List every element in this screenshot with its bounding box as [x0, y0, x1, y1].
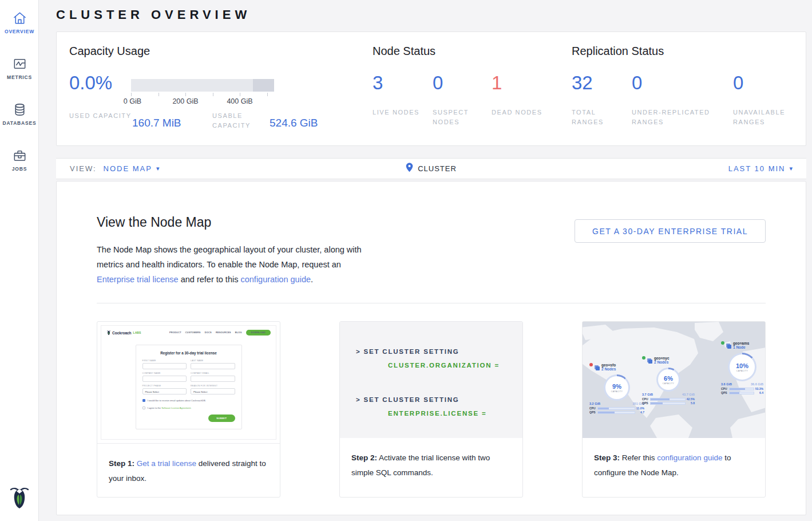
usable-capacity-label: USABLE CAPACITY [212, 111, 275, 131]
node-map-card: View the Node Map The Node Map shows the… [56, 181, 806, 515]
sql-setting: ENTERPRISE.LICENSE = [356, 406, 522, 420]
text-input [142, 363, 187, 369]
step2-card: > SET CLUSTER SETTING CLUSTER.ORGANIZATI… [339, 321, 523, 498]
region-node-count: 2 Nodes [654, 360, 670, 364]
sidebar-item-jobs[interactable]: JOBS [0, 137, 39, 183]
cockroachdb-logo-icon [0, 483, 39, 513]
sql-command: > SET CLUSTER SETTING [356, 393, 522, 406]
enterprise-trial-button[interactable]: GET A 30-DAY ENTERPRISE TRIAL [575, 219, 766, 243]
node-status-dot-red [589, 363, 593, 366]
step3-map-preview: geo=sfo 2 Nodes 9% CAPACITY [583, 322, 765, 438]
description-text: The Node Map shows the geographical layo… [97, 245, 362, 269]
node-map-title: View the Node Map [97, 215, 211, 230]
capacity-donut: 10% CAPACITY [728, 353, 756, 381]
cpu-value: 53.3% [755, 387, 763, 390]
total-ranges-label: TOTAL RANGES [572, 108, 623, 127]
total-ranges-value: 32 [572, 72, 593, 94]
nav-item: BLOG [235, 331, 242, 334]
capacity-total: 36.6 GiB [751, 382, 763, 386]
cpu-bar [650, 398, 686, 401]
sidebar: OVERVIEW METRICS DATABASES JOBS [0, 0, 39, 521]
node-status-dot-green [642, 356, 645, 360]
capacity-percent: 10% [736, 362, 748, 369]
tick-label: 200 GiB [172, 97, 198, 105]
page-title: CLUSTER OVERVIEW [56, 7, 251, 22]
sidebar-item-label: JOBS [0, 166, 39, 172]
capacity-label: CAPACITY [736, 370, 748, 372]
dead-nodes-value: 1 [492, 72, 502, 94]
cpu-label: CPU [589, 406, 596, 410]
cpu-value: 11.0% [636, 406, 644, 410]
sql-setting: CLUSTER.ORGANIZATION = [356, 358, 522, 372]
view-bar: VIEW: NODE MAP ▾ CLUSTER LAST 10 MIN ▾ [56, 158, 806, 179]
caption-text: Refer this [622, 453, 655, 462]
suspect-nodes-value: 0 [433, 72, 443, 94]
location-breadcrumb: CLUSTER [56, 163, 806, 175]
sidebar-item-metrics[interactable]: METRICS [0, 46, 39, 92]
checkbox-label: I would like to receive email updates ab… [148, 399, 206, 402]
qps-value: 6.4 [755, 391, 763, 394]
enterprise-trial-license-link[interactable]: Enterprise trial license [97, 275, 179, 284]
checkbox-checked [142, 399, 145, 402]
sidebar-item-label: DATABASES [0, 120, 39, 126]
sidebar-item-databases[interactable]: DATABASES [0, 92, 39, 137]
configuration-guide-link[interactable]: configuration guide [240, 275, 311, 284]
node-icon [594, 363, 600, 373]
capacity-percent: 9% [612, 383, 621, 390]
capacity-label: CAPACITY [663, 382, 674, 385]
sql-command: > SET CLUSTER SETTING [356, 345, 522, 358]
step2-caption: Step 2: Activate the trial license with … [340, 438, 522, 497]
step-number: Step 2: [351, 453, 377, 462]
cpu-value: 42.5% [687, 397, 695, 401]
step-number: Step 1: [109, 459, 134, 468]
location-value: CLUSTER [418, 164, 457, 173]
checkbox-unchecked [142, 406, 145, 409]
download-button: DOWNLOAD [246, 330, 271, 336]
cpu-label: CPU [642, 397, 649, 401]
cockroach-labs-logo: Cockroach LABS [106, 330, 141, 336]
text-input [191, 376, 235, 382]
qps-label: QPS [721, 391, 728, 394]
databases-icon [0, 102, 39, 117]
region-name: geo=sfo [601, 363, 616, 367]
region-widget-nyc: geo=nyc 2 Nodes 6% CAPACITY [641, 356, 696, 405]
capacity-percent: 0.0% [69, 72, 112, 94]
nav-item: PRODUCT [169, 331, 181, 334]
qps-bar [650, 402, 686, 405]
region-node-count: 2 Nodes [601, 367, 616, 371]
field-label: REASON FOR INTEREST [191, 385, 235, 387]
capacity-used: 3.2 GiB [589, 402, 600, 405]
home-icon [0, 10, 39, 26]
used-capacity-label: USED CAPACITY [69, 111, 132, 121]
sidebar-item-label: METRICS [0, 74, 39, 80]
mini-site-nav: PRODUCT CUSTOMERS DOCS RESOURCES BLOG DO… [169, 330, 271, 336]
sidebar-item-overview[interactable]: OVERVIEW [0, 0, 39, 46]
select-input: Please Select [142, 388, 187, 394]
step1-screenshot: Cockroach LABS PRODUCT CUSTOMERS DOCS RE… [97, 322, 280, 443]
main-content: CLUSTER OVERVIEW Capacity Usage 0.0% 0 G… [39, 0, 812, 521]
description-text: and refer to this [181, 275, 239, 284]
select-input: Please Select [191, 388, 235, 394]
configuration-guide-link[interactable]: configuration guide [657, 453, 722, 462]
step2-sql-panel: > SET CLUSTER SETTING CLUSTER.ORGANIZATI… [340, 322, 522, 438]
cpu-label: CPU [721, 387, 728, 390]
mini-site-screenshot: Cockroach LABS PRODUCT CUSTOMERS DOCS RE… [101, 325, 276, 440]
capacity-axis-ticks [131, 93, 274, 97]
capacity-donut: 9% CAPACITY [604, 374, 630, 401]
form-title: Register for a 30-day trial license [142, 351, 235, 355]
used-capacity-value: 160.7 MiB [132, 117, 181, 129]
submit-button: SUBMIT [208, 415, 235, 422]
field-label: FIRST NAME [142, 360, 187, 362]
license-agreement-link: Software License Agreement. [161, 406, 191, 409]
get-trial-license-link[interactable]: Get a trial license [137, 459, 196, 468]
node-map-description: The Node Map shows the geographical layo… [97, 242, 365, 287]
node-icon [647, 356, 653, 366]
metrics-icon [0, 56, 39, 72]
nav-item: CUSTOMERS [185, 331, 201, 334]
node-status-title: Node Status [373, 45, 435, 58]
cluster-summary-card: Capacity Usage 0.0% 0 GiB 200 GiB 400 Gi… [56, 31, 806, 146]
cpu-bar [597, 407, 635, 410]
live-nodes-label: LIVE NODES [373, 108, 424, 117]
sidebar-item-label: OVERVIEW [0, 29, 39, 34]
field-label: COMPANY NAME [142, 372, 187, 374]
